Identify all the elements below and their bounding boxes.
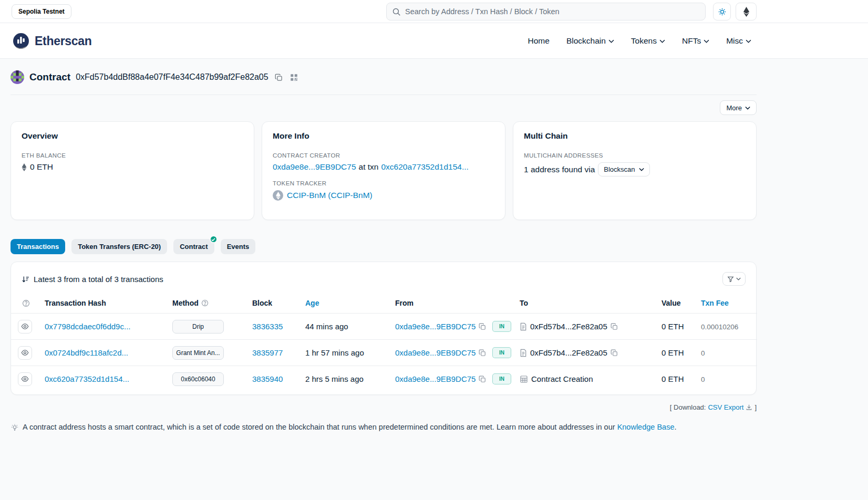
contract-verified-icon	[210, 235, 218, 243]
overview-card: Overview ETH BALANCE 0 ETH	[11, 121, 254, 220]
to-address[interactable]: 0xFd57b4...2Fe82a05	[530, 348, 607, 357]
copy-icon	[611, 323, 618, 330]
transaction-hash-link[interactable]: 0x0724bdf9c118afc2d...	[45, 348, 128, 357]
multichain-card-title: Multi Chain	[524, 131, 746, 141]
direction-badge: IN	[492, 347, 511, 358]
txn-fee-text: 0	[701, 376, 705, 383]
copy-to-button[interactable]	[611, 323, 618, 330]
sun-icon	[718, 7, 727, 16]
from-address-link[interactable]: 0xda9e8e...9EB9DC75	[395, 322, 476, 331]
eth-balance-label: ETH BALANCE	[22, 152, 243, 159]
qr-code-button[interactable]	[289, 72, 299, 82]
tab-bar: Transactions Token Transfers (ERC-20) Co…	[11, 239, 757, 254]
age-text: 44 mins ago	[305, 322, 348, 331]
copy-from-button[interactable]	[479, 323, 486, 330]
col-value: Value	[657, 294, 697, 314]
multichain-found-text: 1 address found via	[524, 165, 595, 174]
col-txn-fee[interactable]: Txn Fee	[697, 294, 757, 314]
eth-balance-value: 0 ETH	[22, 162, 243, 172]
block-link[interactable]: 3835977	[252, 348, 283, 357]
more-info-card-title: More Info	[273, 131, 494, 141]
value-text: 0 ETH	[662, 322, 684, 331]
knowledge-base-link[interactable]: Knowledge Base	[617, 423, 675, 431]
contract-title-row: Contract 0xFd57b4ddBf88a4e07fF4e34C487b9…	[11, 59, 757, 95]
tab-token-transfers[interactable]: Token Transfers (ERC-20)	[71, 239, 167, 254]
download-row: [ Download: CSV Export ]	[11, 403, 757, 411]
table-header-row: Transaction Hash Method Block Age From T…	[11, 294, 757, 314]
preview-transaction-button[interactable]	[18, 320, 32, 334]
tip-icon	[11, 423, 19, 432]
method-badge[interactable]: Drip	[172, 320, 224, 334]
network-badge[interactable]: Sepolia Testnet	[12, 4, 71, 19]
col-from: From	[391, 294, 488, 314]
ethereum-icon	[22, 163, 27, 171]
tab-contract[interactable]: Contract	[173, 239, 214, 254]
nav-home[interactable]: Home	[528, 36, 550, 46]
csv-export-link[interactable]: CSV Export	[708, 403, 752, 411]
direction-badge: IN	[492, 321, 511, 332]
search-box[interactable]	[386, 3, 706, 20]
txn-fee-text: 0	[701, 349, 705, 357]
nav-tokens[interactable]: Tokens	[631, 36, 665, 46]
theme-toggle-button[interactable]	[713, 3, 731, 20]
more-dropdown-button[interactable]: More	[720, 100, 757, 115]
value-text: 0 ETH	[662, 374, 684, 383]
transaction-row: 0xc620a77352d1d154... 0x60c06040 3835940…	[11, 366, 757, 392]
from-address-link[interactable]: 0xda9e8e...9EB9DC75	[395, 374, 476, 383]
method-badge[interactable]: 0x60c06040	[172, 372, 224, 386]
to-address[interactable]: Contract Creation	[531, 374, 593, 383]
block-link[interactable]: 3836335	[252, 322, 283, 331]
nav-blockchain[interactable]: Blockchain	[566, 36, 614, 46]
chevron-down-icon	[736, 277, 741, 280]
chevron-down-icon	[746, 39, 751, 43]
eye-icon	[21, 322, 29, 330]
footnote-text: A contract address hosts a smart contrac…	[23, 423, 615, 431]
copy-from-button[interactable]	[479, 349, 486, 357]
transaction-row: 0x7798dcdaec0f6dd9c... Drip 3836335 44 m…	[11, 314, 757, 340]
to-address[interactable]: 0xFd57b4...2Fe82a05	[530, 322, 607, 331]
block-link[interactable]: 3835940	[252, 374, 283, 383]
nav-nfts[interactable]: NFTs	[682, 36, 709, 46]
footnote-suffix: .	[674, 423, 676, 431]
multichain-addresses-label: MULTICHAIN ADDRESSES	[524, 152, 746, 159]
token-tracker-link[interactable]: CCIP-BnM (CCIP-BnM)	[287, 191, 373, 200]
col-block: Block	[248, 294, 301, 314]
network-switch-button[interactable]	[736, 3, 757, 20]
copy-from-button[interactable]	[479, 376, 486, 383]
preview-transaction-button[interactable]	[18, 372, 32, 386]
ethereum-icon	[743, 7, 750, 17]
method-badge[interactable]: Grant Mint An...	[172, 346, 224, 360]
help-icon[interactable]	[201, 299, 209, 307]
page-title: Contract	[29, 71, 70, 83]
search-input[interactable]	[405, 7, 700, 16]
nav-misc[interactable]: Misc	[726, 36, 751, 46]
contract-creation-icon	[520, 375, 528, 383]
direction-badge: IN	[492, 373, 511, 384]
eye-icon	[21, 349, 29, 357]
at-txn-text: at txn	[359, 162, 379, 172]
tab-transactions[interactable]: Transactions	[11, 239, 65, 254]
col-age[interactable]: Age	[301, 294, 391, 314]
copy-icon	[275, 74, 283, 81]
token-tracker-label: TOKEN TRACKER	[273, 180, 494, 186]
etherscan-logo[interactable]: Etherscan	[12, 32, 92, 50]
transactions-summary: Latest 3 from a total of 3 transactions	[22, 275, 163, 284]
filter-button[interactable]	[722, 272, 746, 286]
brand-name: Etherscan	[35, 34, 92, 48]
copy-icon	[479, 376, 486, 383]
from-address-link[interactable]: 0xda9e8e...9EB9DC75	[395, 348, 476, 357]
multichain-provider-select[interactable]: Blockscan	[598, 162, 649, 176]
top-bar: Sepolia Testnet	[0, 0, 868, 23]
transaction-hash-link[interactable]: 0x7798dcdaec0f6dd9c...	[45, 322, 130, 331]
copy-address-button[interactable]	[274, 72, 284, 82]
help-icon[interactable]	[22, 299, 30, 307]
main-nav: Home Blockchain Tokens NFTs Misc	[528, 23, 751, 59]
creation-txn-link[interactable]: 0xc620a77352d1d154...	[381, 162, 468, 172]
contract-address: 0xFd57b4ddBf88a4e07fF4e34C487b99af2Fe82a…	[76, 72, 268, 82]
sort-icon	[22, 275, 29, 283]
tab-events[interactable]: Events	[221, 239, 256, 254]
preview-transaction-button[interactable]	[18, 346, 32, 360]
creator-address-link[interactable]: 0xda9e8e...9EB9DC75	[273, 162, 356, 172]
transaction-hash-link[interactable]: 0xc620a77352d1d154...	[45, 374, 129, 383]
copy-to-button[interactable]	[611, 349, 618, 357]
